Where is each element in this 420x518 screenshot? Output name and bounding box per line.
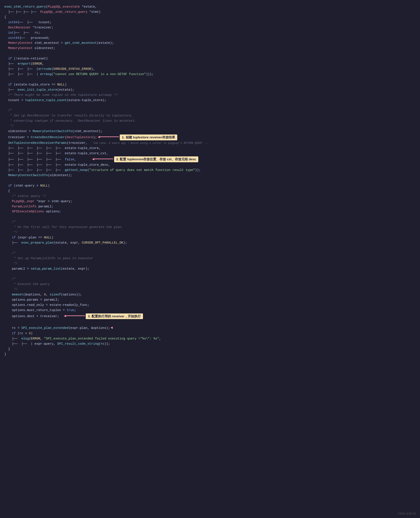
line-oldcontext: oldcontext = MemoryContextSwitchTo(stmt_… (4, 129, 103, 133)
line-cm1: /* There might be some tuples in the tup… (4, 93, 118, 97)
line-rc: rc = SPI_execute_plan_extended(expr→plan… (4, 326, 113, 330)
line-param2: ├── ├── ├── ├── ├── ├── estate→tuple_sto… (4, 152, 108, 155)
line-setparams: SetTuplestoreDestReceiverParams(treceive… (4, 141, 209, 145)
line-brace-open: { (4, 15, 6, 19)
line-brace3: } (4, 347, 10, 351)
line-var3: int├── ├── rc; (4, 31, 40, 35)
line-cm5: */ (4, 124, 14, 128)
line-exec-init: ├── exec_init_tuple_store(estate); (4, 88, 74, 91)
line-treceiver: treceiver = CreateDestReceiver(DestTuple… (4, 135, 177, 139)
line-options: SPIExecuteOptions options; (4, 210, 61, 213)
line-param3: ├── ├── ├── ├── ├── ├── false, ◄━━━━━━━━… (4, 158, 198, 161)
line-if-rc: if (rc < 0) (4, 332, 33, 335)
line-var5: MemoryContext stmt_mcontext = get_stmt_m… (4, 41, 114, 45)
line-brace2: { (4, 189, 10, 193)
line-param5: ├── ├── ├── ├── ├── ├── gettext_noop("st… (4, 168, 201, 172)
line-cm7: * On the first call for this expression … (4, 225, 123, 229)
line-param1: ├── ├── ├── ├── ├── ├── estate→tuple_sto… (4, 146, 101, 150)
annotation-3: 3. 配置执行用的 reveiver，开始执行 (86, 314, 143, 319)
line-must-return: options.must_return_tuples = true; (4, 308, 76, 312)
annotation-1: 1. 创建 tuplestore reveiver存放结果 (120, 135, 177, 140)
line-elog: ├── elog(ERROR, "SPI_execute_plan_extend… (4, 337, 161, 340)
line-mctx-back: MemoryContextSwitchTo(oldcontext); (4, 173, 72, 177)
line-if2: if (estate→tuple_store == NULL) (4, 83, 67, 86)
line-empty7 (4, 272, 6, 276)
line-empty4 (4, 179, 6, 182)
line-paramlist: ParamListInfo paramLI; (4, 205, 53, 208)
line-cm13: * Execute the query (4, 282, 50, 286)
watermark: CSDN 名望大臣 (398, 512, 417, 516)
line-expr: PLpgSQL_expr *expr = stmt→query; (4, 200, 72, 203)
line-empty3 (4, 104, 6, 107)
line-cm3: * Set up DestReceiver to transfer result… (4, 114, 133, 117)
line-cm2: /* (4, 109, 12, 112)
line-readonly: options.read_only = estate→readonly_func… (4, 303, 89, 307)
line-var2: DestReceiver *treceiver; (4, 26, 53, 29)
line-errcode: ├── ├── ├── (errcode(ERRCODE_SYNTAX_ERRO… (4, 67, 95, 71)
line-func-sig: exec_stmt_return_query(PLpgSQL_execstate… (4, 5, 97, 8)
line-params: options.params = paramLI; (4, 298, 59, 301)
line-cm12: /* (4, 277, 16, 281)
line-cm8: */ (4, 231, 18, 234)
line-cm10: * Set up ParamListInfo to pass to execut… (4, 257, 93, 260)
line-if-stmt: if (stmt→query ≠ NULL) (4, 184, 50, 188)
line-ereport: ├── ereport(ERROR, (4, 62, 44, 66)
line-if1: if (!estate→retisset) (4, 57, 48, 60)
line-var1: int64├── ├── tcount; (4, 21, 52, 24)
line-empty1 (4, 52, 6, 55)
annotation-2: 2. 配置 tuplesrore存放位置、存放 cxt、存放元组 desc (114, 156, 198, 162)
line-param4: ├── ├── ├── ├── ├── ├── estate→tuple_sto… (4, 163, 110, 167)
line-elog2: ├── ├── | expr→query, SPI_result_code_st… (4, 342, 110, 345)
line-exec-prepare: ├── exec_prepare_plan(estate, expr, CURS… (4, 241, 127, 244)
line-func-param: ├── ├── ├── ├── PLpgSQL_stmt_return_quer… (4, 10, 101, 14)
line-if-plan: if (expr→plan == NULL) (4, 236, 53, 239)
code-block: exec_stmt_return_query(PLpgSQL_execstate… (0, 3, 420, 359)
line-brace4: } (4, 353, 6, 356)
line-errmsg: ├── ├── ├── | errmsg("cannot use RETURN … (4, 72, 153, 76)
line-empty6 (4, 246, 6, 250)
line-cm4: * converting rowtype if necessary. DestR… (4, 119, 136, 123)
line-empty5 (4, 215, 6, 218)
line-cm-static: /* static query */ (4, 194, 46, 198)
line-cm14: */ (4, 288, 18, 291)
line-cm6: /* (4, 220, 16, 224)
line-tcount: tcount = tuplestore_tuple_count(estate→t… (4, 98, 106, 102)
line-cm9: /* (4, 251, 16, 255)
line-var6: MemoryContext oldcontext; (4, 46, 55, 50)
line-paramli: paramLI = setup_param_list(estate, expr)… (4, 267, 89, 270)
line-cm11: */ (4, 262, 18, 265)
line-empty8 (4, 320, 6, 324)
line-var4: uint64├── processed; (4, 36, 50, 40)
line-empty2 (4, 78, 6, 81)
line-dest: options.dest = treceiver; ◄━━━━━━━━3. 配置… (4, 315, 143, 318)
line-memset: memset(&options, 0, sizeof(options)); (4, 293, 82, 296)
code-container: exec_stmt_return_query(PLpgSQL_execstate… (0, 0, 420, 518)
